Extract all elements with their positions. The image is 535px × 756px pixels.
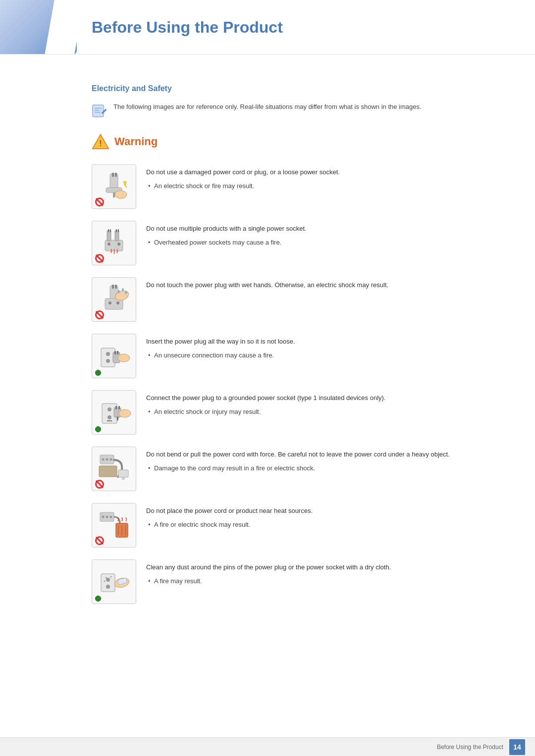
svg-rect-54 (122, 477, 125, 480)
warning-main-text-8: Clean any dust around the pins of the po… (146, 562, 495, 572)
svg-point-26 (108, 302, 111, 304)
svg-rect-19 (110, 229, 111, 232)
svg-rect-44 (115, 406, 117, 409)
svg-point-29 (118, 290, 120, 293)
footer-text: Before Using the Product (437, 744, 503, 751)
warning-sub-item: An electric shock or fire may result. (146, 181, 495, 191)
svg-rect-8 (115, 173, 117, 177)
warning-sub-item: A fire or electric shock may result. (146, 520, 495, 530)
svg-rect-7 (112, 173, 114, 177)
warning-items-list: Do not use a damaged power cord or plug,… (92, 164, 495, 604)
warning-item-image-6 (92, 447, 136, 491)
svg-rect-21 (118, 229, 119, 232)
warning-item-text-1: Do not use a damaged power cord or plug,… (146, 164, 495, 193)
warning-main-text-6: Do not bend or pull the power cord with … (146, 450, 495, 459)
svg-point-12 (124, 181, 127, 184)
warning-item-text-4: Insert the power plug all the way in so … (146, 334, 495, 362)
svg-rect-3 (95, 112, 101, 113)
warning-item: Do not use a damaged power cord or plug,… (92, 164, 495, 209)
warning-main-text-1: Do not use a damaged power cord or plug,… (146, 167, 495, 177)
svg-point-66 (106, 577, 107, 579)
warning-main-text-3: Do not touch the power plug with wet han… (146, 280, 495, 290)
warning-sub-list-7: A fire or electric shock may result. (146, 520, 495, 530)
svg-point-65 (106, 585, 110, 589)
warning-sub-list-4: An unsecure connection may cause a fire. (146, 351, 495, 360)
svg-rect-46 (117, 416, 118, 420)
warning-main-text-5: Connect the power plug to a grounded pow… (146, 393, 495, 403)
section-heading: Electricity and Safety (92, 84, 495, 93)
svg-point-58 (110, 516, 112, 518)
warning-item-image-3 (92, 277, 136, 322)
warning-sub-item: Overheated power sockets may cause a fir… (146, 238, 495, 248)
svg-rect-53 (118, 470, 128, 477)
green-dot-8 (95, 596, 101, 602)
warning-item: Insert the power plug all the way in so … (92, 334, 495, 378)
plug-image-8 (96, 564, 132, 600)
green-dot-5 (95, 426, 101, 432)
svg-rect-37 (117, 351, 118, 354)
warning-main-text-7: Do not place the power cord or product n… (146, 506, 495, 516)
svg-rect-23 (112, 285, 114, 289)
warning-item-image-1 (92, 164, 136, 209)
no-symbol-1 (95, 198, 104, 206)
svg-point-67 (110, 576, 112, 578)
warning-item: Do not bend or pull the power cord with … (92, 447, 495, 491)
warning-sub-item: A fire may result. (146, 576, 495, 586)
warning-triangle-icon: ! (92, 133, 109, 151)
warning-item-image-7 (92, 503, 136, 548)
svg-point-27 (116, 302, 119, 304)
warning-sub-item: An electric shock or injury may result. (146, 407, 495, 417)
svg-rect-52 (99, 466, 117, 477)
svg-point-11 (115, 191, 127, 199)
warning-item-image-4 (92, 334, 136, 378)
svg-point-64 (106, 578, 110, 582)
warning-sub-item: An unsecure connection may cause a fire. (146, 351, 495, 360)
main-content: Electricity and Safety The following ima… (0, 54, 535, 646)
warning-item-text-8: Clean any dust around the pins of the po… (146, 559, 495, 588)
svg-rect-45 (118, 406, 120, 409)
svg-point-31 (125, 291, 127, 294)
svg-rect-63 (101, 574, 115, 592)
svg-rect-20 (116, 229, 117, 232)
svg-point-33 (106, 352, 110, 356)
warning-item: Do not place the power cord or product n… (92, 503, 495, 548)
warning-sub-list-1: An electric shock or fire may result. (146, 181, 495, 191)
warning-sub-list-6: Damage to the cord may result in a fire … (146, 463, 495, 473)
footer-page-number: 14 (509, 739, 525, 755)
warning-item-image-8 (92, 559, 136, 604)
svg-point-15 (117, 243, 120, 246)
warning-heading: ! Warning (92, 133, 495, 151)
warning-item-text-6: Do not bend or pull the power cord with … (146, 447, 495, 475)
svg-point-30 (122, 288, 124, 291)
green-dot-4 (95, 370, 101, 376)
svg-rect-2 (95, 110, 100, 111)
svg-point-57 (106, 516, 108, 518)
warning-label: Warning (114, 135, 158, 148)
no-symbol-7 (95, 536, 104, 545)
svg-point-47 (119, 409, 131, 417)
svg-point-68 (104, 581, 106, 582)
svg-point-38 (118, 354, 130, 362)
svg-point-51 (110, 458, 112, 461)
warning-item: Do not use multiple products with a sing… (92, 221, 495, 265)
warning-sub-list-5: An electric shock or injury may result. (146, 407, 495, 417)
svg-point-14 (107, 243, 110, 246)
warning-item-text-3: Do not touch the power plug with wet han… (146, 277, 495, 294)
warning-main-text-2: Do not use multiple products with a sing… (146, 224, 495, 234)
no-symbol-6 (95, 480, 104, 489)
svg-point-50 (106, 458, 108, 461)
svg-text:!: ! (99, 139, 102, 148)
svg-point-34 (106, 359, 110, 363)
svg-rect-1 (95, 108, 102, 109)
no-symbol-2 (95, 254, 104, 263)
warning-item: Do not touch the power plug with wet han… (92, 277, 495, 322)
note-icon (92, 103, 107, 119)
plug-image-5 (96, 395, 132, 430)
warning-item-text-5: Connect the power plug to a grounded pow… (146, 390, 495, 418)
page-title: Before Using the Product (92, 18, 283, 36)
svg-point-56 (102, 516, 105, 518)
page-footer: Before Using the Product 14 (0, 737, 535, 756)
svg-rect-18 (108, 229, 109, 232)
warning-sub-list-8: A fire may result. (146, 576, 495, 586)
warning-item-text-2: Do not use multiple products with a sing… (146, 221, 495, 249)
